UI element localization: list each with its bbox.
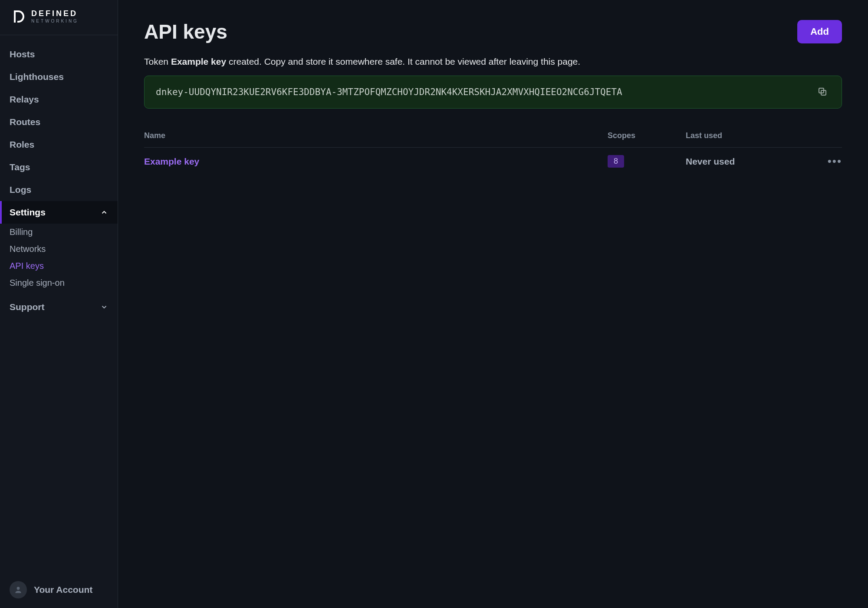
sidebar: DEFINED NETWORKING Hosts Lighthouses Rel… [0,0,118,608]
token-box: dnkey-UUDQYNIR23KUE2RV6KFE3DDBYA-3MTZPOF… [144,76,842,109]
col-scopes: Scopes [608,131,686,140]
scopes-badge: 8 [608,155,624,168]
sidebar-item-hosts[interactable]: Hosts [0,43,118,66]
sidebar-item-logs[interactable]: Logs [0,178,118,201]
col-name: Name [144,131,608,140]
chevron-down-icon [100,303,108,311]
avatar [10,581,27,598]
svg-point-0 [17,587,20,590]
main-content: API keys Add Token Example key created. … [118,0,868,608]
token-value: dnkey-UUDQYNIR23KUE2RV6KFE3DDBYA-3MTZPOF… [156,86,622,99]
col-last-used: Last used [686,131,816,140]
sidebar-sub-api-keys[interactable]: API keys [0,258,118,274]
row-actions-button[interactable]: ••• [816,155,842,168]
api-key-name-link[interactable]: Example key [144,156,608,167]
sidebar-item-tags[interactable]: Tags [0,156,118,178]
brand-name: DEFINED [31,10,79,17]
sidebar-nav: Hosts Lighthouses Relays Routes Roles Ta… [0,35,118,571]
sidebar-item-roles[interactable]: Roles [0,133,118,156]
sidebar-sub-billing[interactable]: Billing [0,224,118,241]
defined-logo-icon [10,9,25,24]
table-row: Example key 8 Never used ••• [144,148,842,175]
sidebar-sub-networks[interactable]: Networks [0,241,118,258]
sidebar-item-support[interactable]: Support [0,296,118,318]
user-icon [14,585,23,594]
chevron-up-icon [100,208,108,216]
sidebar-item-relays[interactable]: Relays [0,88,118,111]
add-button[interactable]: Add [797,20,842,43]
sidebar-item-lighthouses[interactable]: Lighthouses [0,66,118,88]
sidebar-item-routes[interactable]: Routes [0,111,118,133]
last-used-value: Never used [686,156,816,167]
token-created-notice: Token Example key created. Copy and stor… [144,56,842,67]
sidebar-sub-sso[interactable]: Single sign-on [0,274,118,291]
table-header: Name Scopes Last used [144,124,842,148]
account-label: Your Account [34,585,92,595]
copy-icon [817,86,828,97]
brand-subname: NETWORKING [31,19,79,23]
copy-token-button[interactable] [815,86,830,99]
sidebar-item-settings[interactable]: Settings [0,201,118,224]
brand-logo[interactable]: DEFINED NETWORKING [0,0,118,35]
account-menu[interactable]: Your Account [0,571,118,608]
page-title: API keys [144,20,227,43]
